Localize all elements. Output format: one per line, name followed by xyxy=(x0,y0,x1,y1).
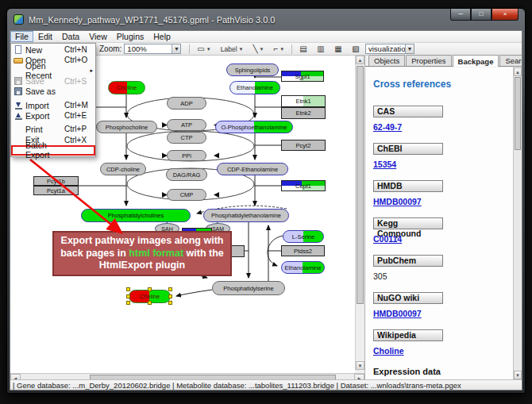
node-label: Pcyt2 xyxy=(296,142,311,149)
common-height-button[interactable]: ▧ xyxy=(349,44,362,55)
tab-search[interactable]: Search xyxy=(499,55,522,66)
node-cept1[interactable]: Cept1 xyxy=(281,180,326,191)
menu-view[interactable]: View xyxy=(84,31,112,42)
node-ethanolamine-bottom[interactable]: Ethanolamine xyxy=(281,261,325,274)
selection-handle[interactable] xyxy=(148,287,152,291)
file-menu-item-open-recent[interactable]: Open Recent▸ xyxy=(11,65,95,75)
maximize-button[interactable]: □ xyxy=(471,9,492,21)
scroll-down-icon[interactable]: ▼ xyxy=(514,371,522,379)
node-label: Phosphocholine xyxy=(106,124,148,131)
node-pcyt1b[interactable]: Pcyt1b xyxy=(33,176,79,186)
cross-reference-link[interactable]: Choline xyxy=(373,346,505,356)
chevron-down-icon: ▼ xyxy=(239,47,244,52)
node-label: Sgpl1 xyxy=(295,73,310,80)
file-menu-item-import[interactable]: ImportCtrl+M xyxy=(11,100,95,110)
common-width-button[interactable]: ▦ xyxy=(332,44,345,55)
node-label: CDP-choline xyxy=(106,166,140,173)
file-menu-item-batch-export[interactable]: Batch Export xyxy=(11,145,95,156)
node-adp[interactable]: ADP xyxy=(167,97,206,110)
app-window: Mm_Kennedy_pathway_WP1771_45176.gpml - P… xyxy=(6,8,526,394)
selection-handle[interactable] xyxy=(126,287,130,291)
node-choline-top[interactable]: Choline xyxy=(108,81,145,94)
align-vertical-button[interactable]: ▥ xyxy=(314,44,327,55)
node-pcyt2[interactable]: Pcyt2 xyxy=(281,140,326,151)
line-tool-button[interactable]: ╲▼ xyxy=(251,44,267,55)
node-phosphatidylserine[interactable]: Phosphatidylserine xyxy=(212,281,285,295)
scrollbar-thumb[interactable] xyxy=(357,66,364,304)
node-ctp[interactable]: CTP xyxy=(167,132,206,144)
datanode-tool-button[interactable]: ▭▼ xyxy=(195,44,213,55)
node-l-serine[interactable]: L-Serine xyxy=(283,230,324,243)
node-etnk1[interactable]: Etnk1 xyxy=(281,95,326,107)
cross-reference-link[interactable]: HMDB00097 xyxy=(373,309,505,318)
node-pcyt1a[interactable]: Pcyt1a xyxy=(33,186,79,195)
node-ppi[interactable]: PPi xyxy=(167,150,206,161)
scrollbar-thumb[interactable] xyxy=(515,77,521,150)
node-label: Sphingolipids xyxy=(235,67,271,74)
menu-data[interactable]: Data xyxy=(57,31,84,42)
selection-handle[interactable] xyxy=(168,287,172,291)
minimize-button[interactable]: ─ xyxy=(450,9,471,21)
node-sphingolipids[interactable]: Sphingolipids xyxy=(226,63,279,76)
scroll-down-icon[interactable]: ▼ xyxy=(356,361,364,370)
canvas-vertical-scrollbar[interactable]: ▲ ▼ xyxy=(355,56,364,370)
selection-handle[interactable] xyxy=(168,301,172,305)
section-header: NuGO wiki xyxy=(373,292,443,304)
node-phosphatidylcholines[interactable]: Phosphatidylcholines xyxy=(81,209,191,222)
file-menu-item-print[interactable]: PrintCtrl+P xyxy=(11,124,95,134)
close-button[interactable]: × xyxy=(492,9,519,21)
node-dag-rag[interactable]: DAG/RAG xyxy=(166,168,207,181)
node-phosphatidylethanolamine[interactable]: Phosphatidylethanolamine xyxy=(203,209,289,222)
tab-backpage[interactable]: Backpage xyxy=(453,55,499,67)
node-atp[interactable]: ATP xyxy=(167,119,206,131)
node-o-phosphoethanolamine[interactable]: O-Phosphoethanolamine xyxy=(215,121,293,133)
connector-tool-button[interactable]: ⌐▼ xyxy=(272,44,287,55)
save-as-icon xyxy=(13,87,25,96)
label-tool-button[interactable]: Label▼ xyxy=(218,44,246,55)
menu-file[interactable]: File xyxy=(10,31,33,42)
cross-reference-link[interactable]: HMDB00097 xyxy=(373,197,505,206)
section-header: ChEBI xyxy=(373,143,443,155)
selection-handle[interactable] xyxy=(126,301,130,305)
node-cdp-ethanolamine[interactable]: CDP-Ethanolamine xyxy=(217,163,288,175)
file-menu-item-new[interactable]: NewCtrl+N xyxy=(11,44,95,55)
node-cdp-choline[interactable]: CDP-choline xyxy=(100,163,146,175)
align-vertical-icon: ▥ xyxy=(317,44,324,54)
common-width-icon: ▦ xyxy=(334,44,341,54)
cross-reference-link[interactable]: 15354 xyxy=(373,160,505,169)
annotation-callout: Export pathway images along with back pa… xyxy=(52,231,232,276)
menu-plugins[interactable]: Plugins xyxy=(112,31,148,42)
backpage-section-cas: CAS62-49-7 xyxy=(373,106,505,132)
node-ptdss2[interactable]: Ptdss2 xyxy=(281,245,325,256)
node-sgpl1[interactable]: Sgpl1 xyxy=(281,71,324,82)
section-header: PubChem xyxy=(373,255,443,267)
selection-handle[interactable] xyxy=(126,294,130,298)
menu-help[interactable]: Help xyxy=(148,31,175,42)
menu-edit[interactable]: Edit xyxy=(33,31,57,42)
cross-reference-link[interactable]: C00114 xyxy=(373,234,505,244)
node-label: Etnk1 xyxy=(295,98,310,105)
file-menu-item-save-as[interactable]: Save as xyxy=(11,87,95,97)
panel-vertical-scrollbar[interactable]: ▲ ▼ xyxy=(513,67,522,379)
visualization-select[interactable]: visualization ▼ xyxy=(365,44,414,54)
node-etnk2[interactable]: Etnk2 xyxy=(281,107,326,119)
node-cmp[interactable]: CMP xyxy=(167,189,206,201)
selection-handle[interactable] xyxy=(168,294,172,298)
scroll-up-icon[interactable]: ▲ xyxy=(356,56,364,64)
zoom-select[interactable]: 100% ▼ xyxy=(124,44,181,54)
import-icon xyxy=(13,101,25,110)
scroll-up-icon[interactable]: ▲ xyxy=(514,67,522,76)
backpage-section-chebi: ChEBI15354 xyxy=(373,143,505,169)
tab-objects[interactable]: Objects xyxy=(368,55,405,66)
cross-reference-link[interactable]: 62-49-7 xyxy=(373,122,505,132)
chevron-down-icon: ▼ xyxy=(172,44,180,53)
node-label: Ethanolamine xyxy=(237,84,273,91)
file-menu-item-export[interactable]: ExportCtrl+E xyxy=(11,110,95,121)
node-phosphocholine[interactable]: Phosphocholine xyxy=(96,121,157,133)
tab-properties[interactable]: Properties xyxy=(406,55,451,66)
align-horizontal-button[interactable]: ▤ xyxy=(297,44,310,55)
window-controls: ─ □ × xyxy=(450,9,519,21)
title-bar[interactable]: Mm_Kennedy_pathway_WP1771_45176.gpml - P… xyxy=(7,9,525,30)
selection-handle[interactable] xyxy=(148,301,152,305)
node-ethanolamine-top[interactable]: Ethanolamine xyxy=(229,81,280,94)
